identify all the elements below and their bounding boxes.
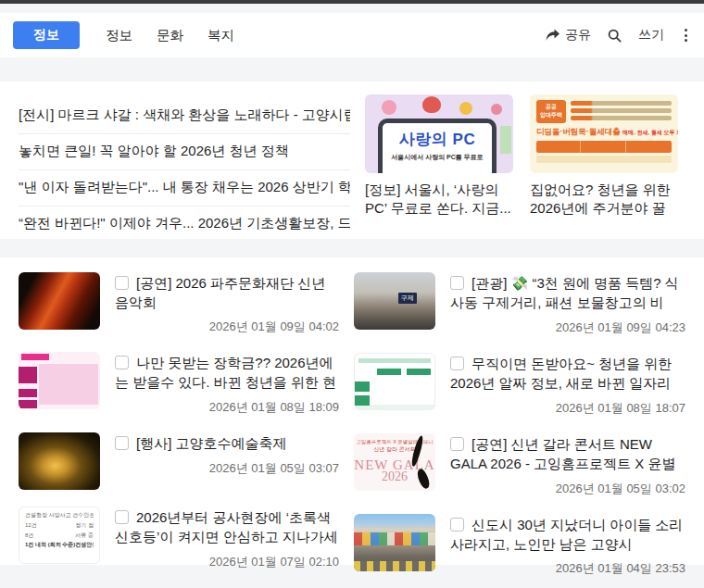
loan-table-footer [536,156,672,163]
more-menu-button[interactable] [681,27,691,44]
list-item[interactable]: 나만 못받는 장학금?? 2026년에는 받을수 있다. 바뀐 청년을 위한 현… [19,352,339,416]
heart-decor [459,102,472,115]
featured-card-love-pc[interactable]: 사랑의 PC 서울시에서 사랑의 PC를 무료로 [정보] 서울시, ‘사랑의 … [365,94,513,228]
post-title: 무직이면 돈받아요~ 청년을 위한 2026년 알짜 정보, 새로 바뀐 일자리… [450,356,672,394]
write-button[interactable]: 쓰기 [638,27,664,44]
tablet-graphic: 사랑의 PC 서울시에서 사랑의 PC를 무료로 [378,119,497,173]
post-timestamp: 2026년 01월 05일 03:02 [450,481,685,497]
search-icon [608,29,622,43]
post-title: [공연] 2026 파주문화재단 신년음악회 [115,275,325,310]
toolbar: 정보 정보 문화 복지 공유 쓰기 [0,13,704,57]
post-thumbnail-city-street-photo[interactable] [354,514,435,571]
kebab-icon [685,29,687,31]
featured-cards: 사랑의 PC 서울시에서 사랑의 PC를 무료로 [정보] 서울시, ‘사랑의 … [365,94,678,228]
post-checkbox[interactable] [450,437,464,451]
list-item[interactable]: 신도시 30년 지났더니 아이들 소리 사라지고, 노인만 남은 고양시 202… [354,514,685,577]
post-timestamp: 2026년 01월 09일 04:23 [450,319,685,336]
post-timestamp: 2026년 01월 09일 04:02 [115,319,339,335]
post-timestamp: 2026년 01월 05일 03:07 [115,460,339,477]
sticky-note-decor [500,126,511,154]
featured-section: [전시] 마르크 샤갈 : 색채와 환상을 노래하다 - 고양시립 아... 놓… [0,81,704,239]
post-checkbox[interactable] [450,276,464,290]
list-item[interactable]: 구제 [관광] 💸 “3천 원에 명품 득템? 식사동 구제거리, 패션 보물창… [354,272,685,336]
headline-item[interactable]: "낸 이자 돌려받는다"... 내 통장 채우는 2026 상반기 학자... [19,170,350,206]
post-checkbox[interactable] [115,276,129,290]
list-item[interactable]: 무직이면 돈받아요~ 청년을 위한 2026년 알짜 정보, 새로 바뀐 일자리… [354,353,685,417]
post-thumbnail-scholarship-infographic[interactable] [19,352,100,409]
post-title: [행사] 고양호수예술축제 [136,435,287,451]
post-title: 신도시 30년 지났더니 아이들 소리 사라지고, 노인만 남은 고양시 [450,517,683,552]
post-title: 나만 못받는 장학금?? 2026년에는 받을수 있다. 바뀐 청년을 위한 현… [115,355,336,393]
post-column-left: [공연] 2026 파주문화재단 신년음악회 2026년 01월 09일 04:… [19,272,352,565]
search-button[interactable] [608,29,622,43]
post-checkbox[interactable] [450,518,464,532]
building-signs-decor [354,532,435,545]
tab-welfare[interactable]: 복지 [207,27,234,44]
loan-rate-lines [571,100,672,123]
street-sign-text: 구제 [398,293,417,304]
post-checkbox[interactable] [450,357,464,370]
list-item[interactable]: [공연] 2026 파주문화재단 신년음악회 2026년 01월 09일 04:… [19,272,339,335]
share-icon [546,29,560,42]
featured-caption: [정보] 서울시, ‘사랑의 PC’ 무료로 쏜다. 지금... [365,181,513,217]
crosswalk-decor [354,561,435,571]
post-thumbnail-lake-festival-photo[interactable] [19,432,100,490]
thumb-subtitle-text: 서울시에서 사랑의 PC를 무료로 [383,153,492,162]
thumb-title-text: 사랑의 PC [383,129,492,150]
loan-table-header [536,141,672,153]
tab-culture[interactable]: 문화 [157,27,183,44]
post-thumbnail-gala-poster[interactable]: 고잉홈프로젝트 X 윤별발레컴퍼니 신년 갈라 콘서트 NEW GALA 202… [354,433,435,491]
top-edge-bar [0,0,704,4]
featured-caption: 집없어요? 청년을 위한 2026년에 주거분야 꿀 지 [530,181,678,218]
list-item[interactable]: [행사] 고양호수예술축제 2026년 01월 05일 03:07 [19,432,339,490]
share-label: 공유 [565,27,591,44]
list-item[interactable]: 고잉홈프로젝트 X 윤별발레컴퍼니 신년 갈라 콘서트 NEW GALA 202… [354,433,685,497]
post-timestamp: 2026년 01월 07일 02:10 [115,554,339,570]
post-title: [관광] 💸 “3천 원에 명품 득템? 식사동 구제거리, 패션 보물창고의 … [450,275,679,313]
active-category-button[interactable]: 정보 [13,21,80,49]
list-item[interactable]: 건설현장 사망사고 건수안전 관 12건정기 점 8건서류 중 1건 내외 (최… [19,507,339,570]
toolbar-actions: 공유 쓰기 [546,27,691,44]
post-checkbox[interactable] [115,436,129,450]
housing-badge: 공공 임대주택 [536,100,566,123]
write-label: 쓰기 [638,27,664,44]
post-column-right: 구제 [관광] 💸 “3천 원에 명품 득템? 식사동 구제거리, 패션 보물창… [352,272,685,565]
post-checkbox[interactable] [115,356,129,369]
headline-list: [전시] 마르크 샤갈 : 색채와 환상을 노래하다 - 고양시립 아... 놓… [19,94,350,228]
post-title: 2026년부터 공사현장에 ‘초록색 신호등’이 켜지면 안심하고 지나가세요.… [115,509,338,547]
post-thumbnail-vintage-street-photo[interactable]: 구제 [354,272,435,330]
heart-decor [382,100,396,115]
post-list-section: [공연] 2026 파주문화재단 신년음악회 2026년 01월 09일 04:… [0,257,704,565]
headline-item[interactable]: “완전 바뀐다!" 이제야 겨우... 2026년 기초생활보장, 드디어... [19,206,350,242]
post-timestamp: 2026년 01월 04일 23:53 [450,560,685,577]
featured-thumbnail-love-pc: 사랑의 PC 서울시에서 사랑의 PC를 무료로 [365,94,513,173]
post-thumbnail-construction-table[interactable]: 건설현장 사망사고 건수안전 관 12건정기 점 8건서류 중 1건 내외 (최… [19,507,100,564]
post-thumbnail-jobs-infographic[interactable] [354,353,435,410]
heart-decor [491,104,502,115]
heart-decor [422,96,441,113]
thumb-title-text: 디딤돌·버팀목·월세대출 매매, 전세, 월세 모두 지원 [536,127,672,138]
featured-thumbnail-housing: 공공 임대주택 디딤돌·버팀목·월세대출 매매, 전세, 월세 모두 지원 [530,94,678,173]
featured-card-housing[interactable]: 공공 임대주택 디딤돌·버팀목·월세대출 매매, 전세, 월세 모두 지원 집없… [530,94,678,228]
share-button[interactable]: 공유 [546,27,591,44]
post-checkbox[interactable] [115,510,129,524]
post-timestamp: 2026년 01월 08일 18:09 [115,399,339,416]
headline-item[interactable]: 놓치면 큰일! 꼭 알아야 할 2026년 청년 정책 [19,134,350,170]
tab-info[interactable]: 정보 [106,27,132,44]
post-title: [공연] 신년 갈라 콘서트 NEW GALA 2026 - 고잉홈프로젝트 X… [450,436,675,474]
headline-item[interactable]: [전시] 마르크 샤갈 : 색채와 환상을 노래하다 - 고양시립 아... [19,98,350,134]
post-timestamp: 2026년 01월 08일 18:07 [450,400,685,417]
tab-bar: 정보 문화 복지 [106,27,234,44]
post-thumbnail-concert-poster[interactable] [19,272,100,330]
